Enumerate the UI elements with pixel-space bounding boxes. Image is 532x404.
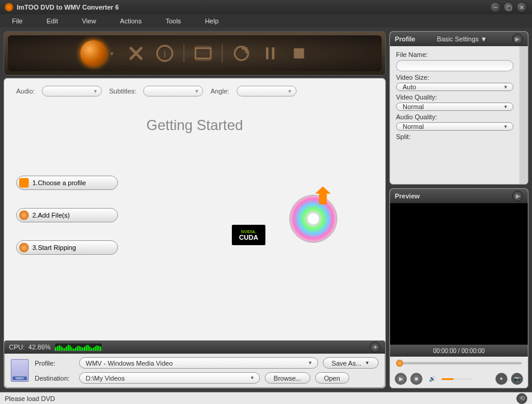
- close-button[interactable]: ✕: [516, 2, 527, 13]
- subtitles-label: Subtitles:: [109, 88, 136, 95]
- cpu-label: CPU:: [9, 343, 25, 351]
- status-text: Please load DVD: [5, 395, 55, 402]
- step-label: 3.Start Ripping: [32, 244, 76, 251]
- add-disc-button[interactable]: [80, 40, 107, 67]
- step-label: 2.Add File(s): [32, 212, 69, 219]
- window-title: ImTOO DVD to WMV Converter 6: [17, 4, 119, 11]
- seek-slider[interactable]: [396, 362, 522, 364]
- preview-title: Preview: [395, 192, 420, 200]
- browse-button[interactable]: Browse...: [265, 372, 310, 384]
- videosize-combo[interactable]: Auto: [396, 83, 513, 91]
- step-choose-profile[interactable]: 1.Choose a profile: [16, 176, 118, 190]
- filename-label: File Name:: [396, 51, 513, 58]
- menubar: File Edit View Actions Tools Help: [0, 14, 532, 28]
- nvidia-cuda-badge: NVIDIA. CUDA: [232, 225, 265, 245]
- step-label: 1.Choose a profile: [32, 179, 86, 186]
- svg-rect-3: [195, 46, 211, 48]
- preview-panel: Preview ▶ 00:00:00 / 00:00:00 ▶ ■ 🔊 ✦ 📷: [389, 188, 528, 388]
- menu-tools[interactable]: Tools: [165, 17, 181, 25]
- volume-slider[interactable]: [442, 378, 471, 380]
- add-disc-dropdown[interactable]: ▾: [110, 43, 117, 64]
- vquality-combo[interactable]: Normal: [396, 102, 513, 111]
- profile-combo[interactable]: WMV - Windows Media Video: [79, 357, 318, 369]
- minimize-button[interactable]: ─: [490, 2, 501, 13]
- stop-preview-button[interactable]: ■: [410, 373, 422, 385]
- disc-illustration: [289, 195, 337, 243]
- convert-button[interactable]: [231, 43, 252, 64]
- delete-button[interactable]: [126, 43, 146, 64]
- wmv-file-icon: [11, 359, 29, 382]
- svg-rect-4: [195, 59, 211, 61]
- open-button[interactable]: Open: [315, 372, 349, 384]
- preview-viewport: [390, 203, 528, 345]
- svg-rect-7: [272, 47, 274, 59]
- destination-label: Destination:: [35, 375, 74, 382]
- seek-thumb[interactable]: [396, 360, 403, 367]
- svg-rect-8: [294, 49, 304, 59]
- app-logo-icon: [5, 3, 13, 11]
- status-action-button[interactable]: ⟲: [516, 393, 527, 404]
- aquality-combo[interactable]: Normal: [396, 122, 513, 131]
- stop-button[interactable]: [289, 43, 309, 64]
- add-step-icon: [19, 210, 29, 220]
- clip-button[interactable]: [193, 43, 213, 64]
- cpu-graph: [55, 343, 102, 351]
- menu-view[interactable]: View: [82, 17, 96, 25]
- basic-settings-dropdown[interactable]: Basic Settings ▼: [437, 35, 487, 43]
- arrow-up-icon: [315, 186, 331, 204]
- statusbar: Please load DVD ⟲: [0, 392, 532, 404]
- titlebar: ImTOO DVD to WMV Converter 6 ─ ▢ ✕: [0, 0, 532, 14]
- audio-label: Audio:: [16, 88, 35, 95]
- camera-button[interactable]: 📷: [511, 373, 523, 385]
- split-label: Split:: [396, 133, 513, 140]
- step-start-ripping[interactable]: 3.Start Ripping: [16, 240, 118, 255]
- volume-icon[interactable]: 🔊: [426, 373, 438, 385]
- svg-rect-2: [195, 49, 211, 59]
- profile-panel: Profile Basic Settings ▼ ▶ File Name: Vi…: [389, 31, 528, 185]
- profile-label: Profile:: [35, 360, 74, 367]
- menu-help[interactable]: Help: [205, 17, 219, 25]
- profile-expand-button[interactable]: ▶: [512, 34, 523, 44]
- menu-file[interactable]: File: [12, 17, 23, 25]
- angle-combo[interactable]: [237, 86, 297, 97]
- filename-input[interactable]: [396, 60, 513, 71]
- audio-combo[interactable]: [42, 86, 102, 97]
- preview-time: 00:00:00 / 00:00:00: [390, 345, 528, 357]
- cpu-settings-button[interactable]: ✦: [370, 342, 380, 352]
- aquality-label: Audio Quality:: [396, 113, 513, 120]
- getting-started-title: Getting Started: [146, 117, 243, 134]
- svg-rect-6: [266, 47, 268, 59]
- svg-text:i: i: [164, 49, 165, 59]
- toolbar: ▾ i: [4, 31, 386, 76]
- info-button[interactable]: i: [155, 43, 175, 64]
- step-add-files[interactable]: 2.Add File(s): [16, 208, 118, 222]
- maximize-button[interactable]: ▢: [503, 2, 514, 13]
- vquality-label: Video Quality:: [396, 94, 513, 101]
- profile-step-icon: [19, 178, 29, 188]
- angle-label: Angle:: [210, 88, 229, 95]
- play-button[interactable]: ▶: [395, 373, 407, 385]
- profile-panel-title: Profile: [395, 35, 415, 43]
- destination-combo[interactable]: D:\My Videos: [79, 372, 260, 384]
- cpu-value: 42.86%: [28, 343, 50, 351]
- pause-button[interactable]: [260, 43, 280, 64]
- snapshot-button[interactable]: ✦: [495, 373, 507, 385]
- subtitles-combo[interactable]: [143, 86, 203, 97]
- save-as-button[interactable]: Save As...▼: [323, 357, 379, 369]
- cpu-bar: CPU:42.86% ✦: [4, 340, 385, 354]
- menu-actions[interactable]: Actions: [120, 17, 141, 25]
- preview-expand-button[interactable]: ▶: [512, 191, 523, 201]
- rip-step-icon: [19, 243, 29, 252]
- videosize-label: Video Size:: [396, 74, 513, 81]
- menu-edit[interactable]: Edit: [47, 17, 58, 25]
